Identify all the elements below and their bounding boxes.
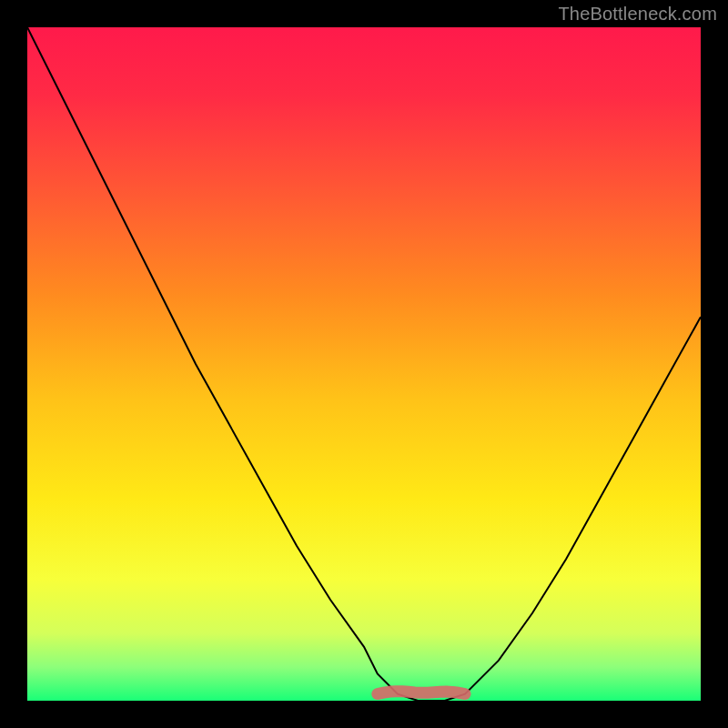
plot-area xyxy=(27,27,701,701)
bottleneck-curve xyxy=(27,27,701,701)
valley-marker xyxy=(378,692,465,694)
curve-path xyxy=(27,27,701,701)
watermark-text: TheBottleneck.com xyxy=(558,4,717,25)
chart-frame: TheBottleneck.com xyxy=(0,0,728,728)
